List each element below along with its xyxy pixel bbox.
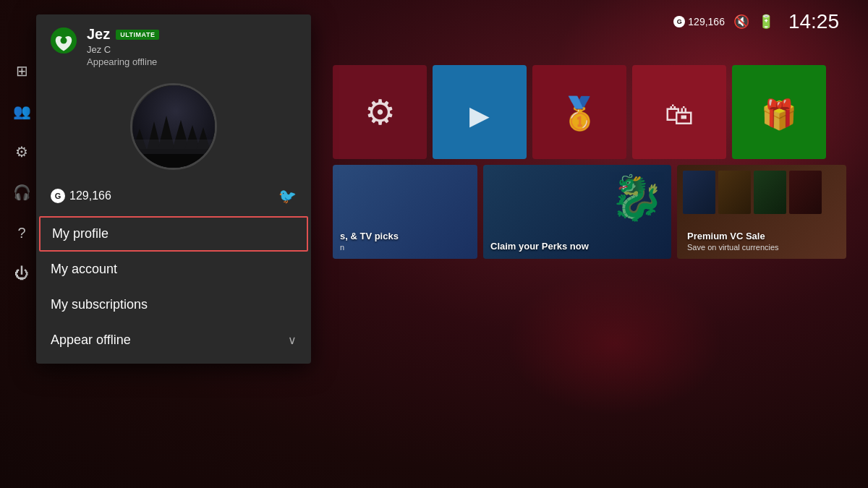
twitter-icon[interactable]: 🐦 bbox=[278, 187, 297, 205]
gear-icon bbox=[365, 92, 396, 132]
chevron-down-icon: ∨ bbox=[288, 333, 297, 347]
banner-picks[interactable]: s, & TV picks n bbox=[333, 165, 477, 259]
medal-icon bbox=[560, 93, 600, 132]
banner-picks-text: s, & TV picks n bbox=[340, 231, 399, 252]
svg-rect-10 bbox=[132, 140, 217, 154]
topbar-gamerscore: G 129,166 bbox=[673, 16, 725, 27]
sale-thumb-2 bbox=[718, 171, 751, 214]
username: Jez bbox=[87, 26, 110, 43]
sidebar-icon-help[interactable]: ? bbox=[9, 220, 35, 246]
tile-settings[interactable] bbox=[333, 65, 427, 159]
dragon-icon: 🐉 bbox=[610, 172, 664, 223]
my-subscriptions-label: My subscriptions bbox=[51, 297, 148, 312]
my-account-item[interactable]: My account bbox=[36, 252, 311, 287]
my-profile-label: My profile bbox=[52, 226, 109, 241]
my-account-label: My account bbox=[51, 262, 117, 277]
sale-thumb-4 bbox=[789, 171, 822, 214]
sale-thumbnails bbox=[683, 171, 841, 214]
sidebar-icon-headset[interactable]: 🎧 bbox=[9, 179, 35, 205]
status-text: Appearing offline bbox=[87, 56, 297, 67]
battery-icon: 🔋 bbox=[758, 14, 774, 30]
username-row: Jez ULTIMATE bbox=[87, 26, 297, 43]
svg-point-1 bbox=[61, 38, 67, 44]
gamerscore-display: G 129,166 bbox=[51, 189, 111, 203]
tile-achievements[interactable] bbox=[532, 65, 626, 159]
my-subscriptions-item[interactable]: My subscriptions bbox=[36, 287, 311, 322]
avatar bbox=[130, 83, 217, 170]
banners-row: s, & TV picks n 🐉 Claim your Perks now P… bbox=[333, 165, 846, 259]
play-icon bbox=[469, 93, 490, 132]
gamepass-icon bbox=[761, 93, 797, 132]
tile-store[interactable] bbox=[632, 65, 726, 159]
tiles-row bbox=[333, 65, 846, 159]
clock-display: 14:25 bbox=[788, 10, 839, 33]
panel-header: Jez ULTIMATE Jez C Appearing offline bbox=[36, 14, 311, 76]
sidebar-icon-power[interactable]: ⏻ bbox=[9, 260, 35, 286]
ultimate-badge: ULTIMATE bbox=[116, 30, 159, 40]
sidebar-icon-social[interactable]: 👥 bbox=[9, 98, 35, 124]
banner-sale[interactable]: Premium VC Sale Save on virtual currenci… bbox=[677, 165, 846, 259]
sidebar-icon-settings[interactable]: ⚙ bbox=[9, 139, 35, 165]
avatar-svg bbox=[132, 85, 217, 170]
gamerscore-value: 129,166 bbox=[69, 189, 111, 202]
gamerscore-icon: G bbox=[673, 16, 685, 27]
tile-media[interactable] bbox=[433, 65, 527, 159]
store-bag-icon bbox=[665, 93, 694, 132]
my-profile-item[interactable]: My profile bbox=[39, 216, 308, 252]
gamerscore-row: G 129,166 🐦 bbox=[36, 181, 311, 216]
mute-icon: 🔇 bbox=[733, 14, 749, 30]
xbox-logo-icon bbox=[51, 27, 77, 53]
tile-gamepass[interactable] bbox=[732, 65, 826, 159]
sale-thumb-3 bbox=[754, 171, 786, 214]
topbar-right: G 129,166 🔇 🔋 14:25 bbox=[673, 10, 839, 33]
user-info: Jez ULTIMATE Jez C Appearing offline bbox=[87, 26, 297, 67]
banner-perks[interactable]: 🐉 Claim your Perks now bbox=[483, 165, 671, 259]
avatar-container bbox=[36, 76, 311, 181]
sidebar-icon-home[interactable]: ⊞ bbox=[9, 58, 35, 84]
avatar-image bbox=[132, 85, 215, 168]
gamerscore-g-icon: G bbox=[51, 189, 65, 203]
profile-panel: Jez ULTIMATE Jez C Appearing offline bbox=[36, 14, 311, 364]
appear-offline-label: Appear offline bbox=[51, 333, 131, 348]
appear-offline-item[interactable]: Appear offline ∨ bbox=[36, 322, 311, 358]
sale-thumb-1 bbox=[683, 171, 715, 214]
banner-sale-text: Premium VC Sale Save on virtual currenci… bbox=[687, 231, 779, 252]
real-name: Jez C bbox=[87, 44, 297, 55]
